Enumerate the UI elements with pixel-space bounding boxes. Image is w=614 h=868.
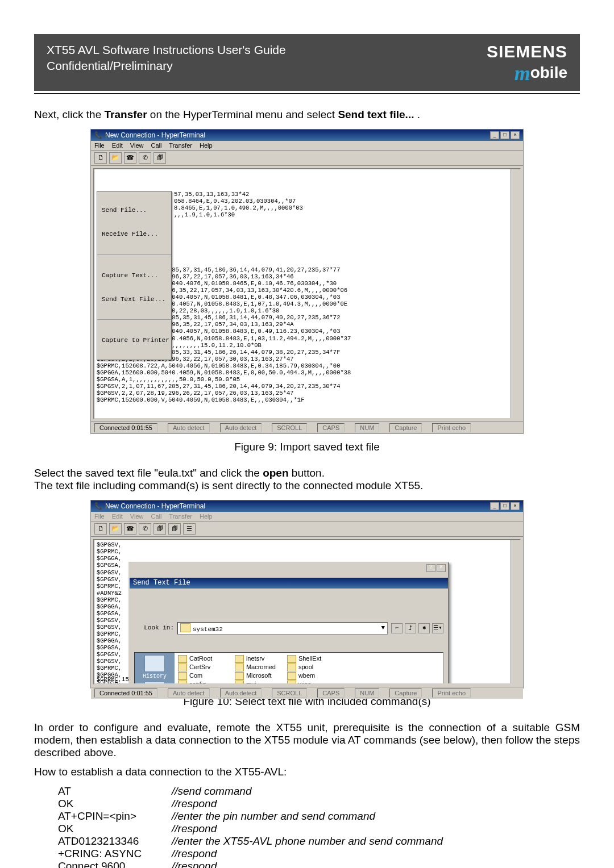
- menu-transfer[interactable]: Transfer: [169, 142, 192, 149]
- minimize-button[interactable]: _: [490, 502, 499, 510]
- file-item[interactable]: wbem: [287, 672, 321, 680]
- file-item[interactable]: Microsoft: [235, 672, 276, 680]
- maximize-button[interactable]: □: [500, 131, 509, 139]
- toolbar-props-icon[interactable]: 🗐: [154, 152, 166, 164]
- file-item[interactable]: Com: [178, 672, 223, 680]
- scrollbar[interactable]: [511, 169, 520, 418]
- minimize-button[interactable]: _: [490, 131, 499, 139]
- menu-receive-file[interactable]: Receive File...: [97, 229, 171, 239]
- folder-icon: [235, 681, 244, 685]
- views-icon[interactable]: ☰▾: [432, 623, 443, 633]
- lookin-dropdown[interactable]: system32 ▼: [177, 622, 388, 635]
- file-item[interactable]: config: [178, 681, 223, 685]
- command-comment: //respond: [172, 860, 217, 868]
- menu-send-text-file[interactable]: Send Text File...: [97, 295, 171, 304]
- command-comment: //respond: [172, 823, 217, 835]
- doc-title-2: Confidential/Preliminary: [47, 58, 286, 74]
- toolbar-disconnect-icon[interactable]: ✆: [139, 523, 151, 535]
- doc-title-1: XT55 AVL Software Instructions User's Gu…: [47, 42, 286, 58]
- menu-send-file[interactable]: Send File...: [97, 206, 171, 215]
- toolbar: 🗋 📂 ☎ ✆ 🗐 🗐 ☰: [91, 521, 523, 537]
- dialog-help-button[interactable]: ?: [426, 564, 435, 572]
- file-item[interactable]: Macromed: [235, 663, 276, 671]
- mid-paragraph: Select the saved text file "eula.txt" an…: [34, 467, 580, 492]
- place-desktop[interactable]: Desktop: [143, 682, 167, 685]
- file-item[interactable]: ShellExt: [287, 655, 321, 663]
- howto-heading: How to establish a data connection to th…: [34, 766, 580, 778]
- folder-icon: [180, 623, 190, 632]
- command-row: +CRING: ASYNC//respond: [58, 848, 580, 860]
- status-scroll: SCROLL: [272, 423, 307, 432]
- toolbar-new-icon[interactable]: 🗋: [94, 523, 107, 535]
- status-connected: Connected 0:01:55: [94, 688, 157, 698]
- toolbar-open-icon[interactable]: 📂: [109, 152, 122, 164]
- close-button[interactable]: ×: [511, 131, 520, 139]
- file-item[interactable]: wins: [287, 681, 321, 685]
- folder-icon: [235, 655, 244, 663]
- toolbar-recv-icon[interactable]: 🗐: [168, 523, 181, 535]
- file-item[interactable]: CatRoot: [178, 655, 223, 663]
- close-button[interactable]: ×: [511, 502, 520, 510]
- file-item[interactable]: spool: [287, 663, 321, 671]
- status-num: NUM: [355, 423, 379, 432]
- folder-icon: [178, 672, 187, 680]
- window-title: New Connection - HyperTerminal: [105, 131, 205, 139]
- file-item[interactable]: CertSrv: [178, 663, 223, 671]
- status-connected: Connected 0:01:55: [94, 423, 157, 432]
- folder-icon: [287, 672, 296, 680]
- newfolder-icon[interactable]: ✱: [418, 623, 430, 633]
- menu-file[interactable]: File: [94, 513, 105, 520]
- window-titlebar: 📞New Connection - HyperTerminal _ □ ×: [91, 500, 523, 512]
- menu-capture-text[interactable]: Capture Text...: [97, 271, 171, 281]
- place-history[interactable]: History: [143, 655, 167, 680]
- folder-icon: [235, 663, 244, 671]
- status-bar: Connected 0:01:55 Auto detect Auto detec…: [91, 687, 523, 699]
- menu-help[interactable]: Help: [200, 142, 213, 149]
- window-title: New Connection - HyperTerminal: [105, 502, 205, 510]
- command-text: OK: [58, 823, 172, 835]
- status-caps: CAPS: [317, 688, 345, 698]
- folder-icon: [178, 663, 187, 671]
- toolbar-new-icon[interactable]: 🗋: [94, 152, 107, 164]
- menu-help[interactable]: Help: [200, 513, 213, 520]
- folder-icon: [178, 681, 187, 685]
- file-item[interactable]: mui: [235, 681, 276, 685]
- command-row: AT+CPIN=<pin>//enter the pin number and …: [58, 810, 580, 823]
- menu-edit[interactable]: Edit: [112, 142, 123, 149]
- terminal-output: $GPGSV, $GPRMC, $GPGGA, $GPGSA, $GPGSV, …: [93, 539, 521, 685]
- file-item[interactable]: inetsrv: [235, 655, 276, 663]
- at-commands-block: AT//send commandOK//respondAT+CPIN=<pin>…: [58, 785, 580, 868]
- menu-call[interactable]: Call: [151, 513, 162, 520]
- maximize-button[interactable]: □: [500, 502, 509, 510]
- toolbar-open-icon[interactable]: 📂: [109, 523, 122, 535]
- status-autodetect1: Auto detect: [168, 688, 210, 698]
- up-icon[interactable]: ⮥: [405, 623, 416, 633]
- status-autodetect2: Auto detect: [220, 423, 262, 432]
- back-icon[interactable]: ⇦: [391, 623, 403, 633]
- menu-capture-printer[interactable]: Capture to Printer: [97, 336, 171, 345]
- dialog-close-button[interactable]: ×: [437, 564, 446, 572]
- status-bar: Connected 0:01:55 Auto detect Auto detec…: [91, 422, 523, 433]
- toolbar-props-icon[interactable]: ☰: [183, 523, 196, 535]
- menu-edit[interactable]: Edit: [112, 513, 123, 520]
- command-text: Connect 9600 .....: [58, 860, 172, 868]
- toolbar-connect-icon[interactable]: ☎: [124, 152, 136, 164]
- toolbar-disconnect-icon[interactable]: ✆: [139, 152, 151, 164]
- send-text-file-dialog: Send Text File ? × Look in: system32 ▼: [128, 562, 449, 685]
- toolbar-connect-icon[interactable]: ☎: [124, 523, 136, 535]
- menu-bar: File Edit View Call Transfer Help: [91, 141, 523, 151]
- figure9-caption: Figure 9: Import saved text file: [34, 441, 580, 453]
- menu-view[interactable]: View: [130, 513, 144, 520]
- menu-view[interactable]: View: [130, 142, 144, 149]
- menu-file[interactable]: File: [94, 142, 105, 149]
- scrollbar[interactable]: [511, 540, 520, 683]
- command-comment: //enter the XT55-AVL phone number and se…: [172, 835, 443, 848]
- folder-icon: [235, 672, 244, 680]
- folder-icon: [287, 663, 296, 671]
- terminal-left-codes: $GPGSV, $GPRMC, $GPGGA, $GPGSA, $GPGSV, …: [97, 541, 122, 685]
- command-row: AT//send command: [58, 785, 580, 798]
- menu-transfer[interactable]: Transfer: [169, 513, 192, 520]
- status-caps: CAPS: [317, 423, 345, 432]
- toolbar-send-icon[interactable]: 🗐: [154, 523, 166, 535]
- menu-call[interactable]: Call: [151, 142, 162, 149]
